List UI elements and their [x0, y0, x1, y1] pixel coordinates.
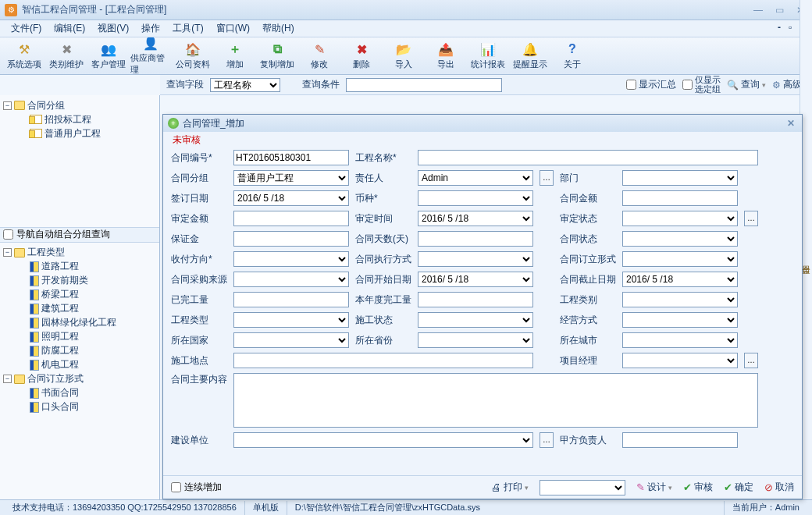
lbl-sign-form: 合同订立形式	[560, 253, 616, 266]
contract-no-input[interactable]	[233, 150, 349, 165]
end-date-input[interactable]: 2016/ 5 /18	[622, 272, 738, 287]
tree2-n1-item-5[interactable]: 照明工程	[2, 330, 158, 344]
nav-auto-group-checkbox[interactable]	[3, 229, 13, 240]
tree2-n1-item-7[interactable]: 机电工程	[2, 358, 158, 372]
import-button[interactable]: 📂导入	[383, 39, 425, 73]
collapse-icon[interactable]: −	[3, 375, 12, 383]
mdi-minimize-button[interactable]: -	[775, 22, 783, 33]
year-done-qty-input[interactable]	[418, 292, 533, 307]
menu-view[interactable]: 视图(V)	[93, 20, 134, 37]
audit-amount-input[interactable]	[233, 211, 349, 226]
mdi-restore-button[interactable]: ▫	[786, 22, 794, 33]
sidebar: −合同分组招投标工程普通用户工程 导航自动组合分组查询 −工程类型道路工程开发前…	[0, 95, 160, 499]
proj-category-select[interactable]	[622, 292, 738, 307]
city-select[interactable]	[622, 332, 738, 348]
start-date-input[interactable]: 2016/ 5 /18	[418, 272, 533, 287]
print-template-select[interactable]	[540, 480, 625, 495]
menu-tool[interactable]: 工具(T)	[168, 20, 208, 37]
project-manager-select[interactable]	[622, 353, 738, 368]
party-a-leader-input[interactable]	[622, 432, 738, 448]
advanced-button[interactable]: ⚙高级	[772, 78, 802, 91]
customer-manage-button[interactable]: 👥客户管理	[87, 39, 130, 73]
collapse-icon[interactable]: −	[3, 101, 12, 110]
menu-edit[interactable]: 编辑(E)	[49, 20, 90, 37]
build-unit-select[interactable]	[233, 432, 533, 448]
contract-days-input[interactable]	[418, 231, 533, 247]
design-button[interactable]: ✎设计▾	[636, 481, 672, 494]
maximize-button[interactable]: ▭	[772, 5, 787, 16]
audit-button[interactable]: ✔审核	[683, 481, 713, 494]
tree1-item-1[interactable]: 普通用户工程	[2, 126, 158, 140]
tree2-n1-item-3[interactable]: 建筑工程	[2, 302, 158, 316]
responsible-more-button[interactable]: …	[540, 170, 554, 186]
project-manager-more-button[interactable]: …	[744, 353, 758, 368]
filter-bar: 查询字段 工程名称 查询条件 显示汇总 仅显示 选定组 🔍查询▾ ⚙高级	[160, 75, 808, 95]
company-info-button[interactable]: 🏠公司资料	[172, 39, 214, 73]
country-select[interactable]	[233, 332, 349, 348]
category-maintain-button[interactable]: ✖类别维护	[45, 39, 87, 73]
print-button[interactable]: 🖨打印▾	[491, 481, 529, 494]
supplier-manage-button[interactable]: 👤供应商管理	[130, 39, 172, 73]
menu-window[interactable]: 窗口(W)	[212, 20, 255, 37]
minimize-button[interactable]: —	[750, 5, 766, 16]
copy-add-button[interactable]: ⧉复制增加	[256, 39, 298, 73]
build-status-select[interactable]	[418, 312, 533, 328]
audit-time-input[interactable]: 2016/ 5 /18	[418, 211, 533, 226]
sign-date-input[interactable]: 2016/ 5 /18	[233, 190, 349, 206]
tree1-root[interactable]: −合同分组	[2, 98, 158, 112]
menu-operate[interactable]: 操作	[137, 20, 165, 37]
filter-field-select[interactable]: 工程名称	[210, 78, 280, 92]
export-button[interactable]: 📤导出	[425, 39, 467, 73]
pay-direction-select[interactable]	[233, 251, 349, 267]
department-select[interactable]	[622, 170, 738, 186]
query-button[interactable]: 🔍查询▾	[727, 78, 766, 91]
delete-button[interactable]: ✖删除	[340, 39, 383, 73]
build-addr-input[interactable]	[233, 353, 533, 368]
only-selected-checkbox[interactable]	[682, 80, 693, 90]
tree2-n2-item-0[interactable]: 书面合同	[2, 386, 158, 400]
operate-mode-select[interactable]	[622, 312, 738, 328]
contract-group-select[interactable]: 普通用户工程	[233, 170, 349, 186]
dialog-close-button[interactable]: ✕	[785, 118, 797, 129]
tree2-n1-item-6[interactable]: 防腐工程	[2, 344, 158, 358]
ok-button[interactable]: ✔确定	[724, 481, 753, 494]
show-summary-checkbox[interactable]	[626, 80, 636, 90]
tree2-n2-item-1[interactable]: 口头合同	[2, 400, 158, 414]
province-select[interactable]	[418, 332, 533, 348]
tree2-n1-item-0[interactable]: 道路工程	[2, 260, 158, 274]
main-content-textarea[interactable]	[233, 373, 758, 428]
about-button[interactable]: ?关于	[551, 39, 593, 73]
currency-select[interactable]	[418, 190, 533, 206]
deposit-input[interactable]	[233, 231, 349, 247]
stats-report-button[interactable]: 📊统计报表	[467, 39, 509, 73]
tree1-item-0[interactable]: 招投标工程	[2, 112, 158, 126]
menu-file[interactable]: 文件(F)	[6, 20, 46, 37]
done-qty-input[interactable]	[233, 292, 349, 307]
tree2-node2[interactable]: −合同订立形式	[2, 372, 158, 386]
system-options-button[interactable]: ⚒系统选项	[3, 39, 45, 73]
add-button[interactable]: ＋增加	[214, 39, 256, 73]
audit-status-select[interactable]	[622, 211, 738, 226]
responsible-select[interactable]: Admin	[418, 170, 533, 186]
purchase-src-select[interactable]	[233, 272, 349, 287]
project-name-input[interactable]	[418, 150, 758, 165]
cancel-button[interactable]: ⊘取消	[764, 481, 794, 494]
modify-button[interactable]: ✎修改	[298, 39, 340, 73]
continuous-add-checkbox[interactable]	[171, 482, 181, 492]
proj-type-select[interactable]	[233, 312, 349, 328]
build-unit-more-button[interactable]: …	[540, 432, 554, 448]
lbl-country: 所在国家	[171, 334, 227, 347]
collapse-icon[interactable]: −	[3, 248, 12, 257]
exec-mode-select[interactable]	[418, 251, 533, 267]
contract-status-select[interactable]	[622, 231, 738, 247]
tree2-n1-item-4[interactable]: 园林绿化绿化工程	[2, 316, 158, 330]
tree2-n1-item-1[interactable]: 开发前期类	[2, 274, 158, 288]
sign-form-select[interactable]	[622, 251, 738, 267]
audit-status-more-button[interactable]: …	[744, 211, 758, 226]
reminder-button[interactable]: 🔔提醒显示	[509, 39, 551, 73]
tree2-node1[interactable]: −工程类型	[2, 246, 158, 260]
menu-help[interactable]: 帮助(H)	[258, 20, 299, 37]
contract-amount-input[interactable]	[622, 190, 738, 206]
tree2-n1-item-2[interactable]: 桥梁工程	[2, 288, 158, 302]
filter-cond-input[interactable]	[346, 78, 502, 92]
